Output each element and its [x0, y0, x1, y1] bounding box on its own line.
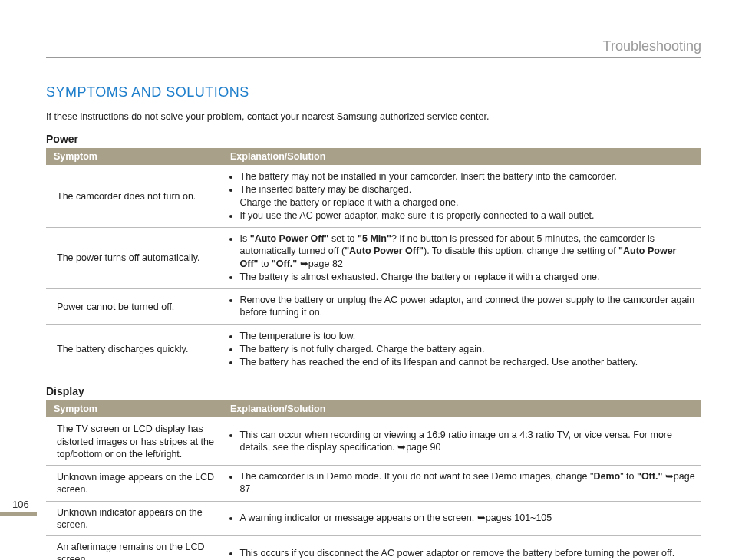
bullet: This can occur when recording or viewing… — [240, 429, 697, 454]
bullet: The battery is almost exhausted. Charge … — [240, 271, 697, 283]
symptom-cell: The camcorder does not turn on. — [46, 166, 223, 228]
symptom-cell: Power cannot be turned off. — [46, 289, 223, 325]
table-row: The camcorder does not turn on.The batte… — [46, 166, 701, 228]
bullet: The inserted battery may be discharged.C… — [240, 183, 697, 209]
bullet-list: The battery may not be installed in your… — [226, 170, 697, 222]
explanation-cell: The temperature is too low.The battery i… — [223, 324, 701, 374]
explanation-cell: Is "Auto Power Off" set to "5 Min"? If n… — [223, 228, 701, 289]
bullet-list: This can occur when recording or viewing… — [226, 429, 697, 454]
page: Troubleshooting SYMPTOMS AND SOLUTIONS I… — [0, 0, 732, 560]
page-number-bar — [0, 512, 37, 516]
symptom-cell: Unknown indicator appears on the screen. — [46, 501, 223, 536]
symptom-cell: The power turns off automatically. — [46, 228, 223, 289]
bullet-list: The temperature is too low.The battery i… — [226, 330, 697, 369]
power-table: Symptom Explanation/Solution The camcord… — [46, 148, 701, 374]
col-header-symptom: Symptom — [46, 148, 223, 166]
table-row: The power turns off automatically.Is "Au… — [46, 228, 701, 289]
bullet-list: This occurs if you disconnect the AC pow… — [226, 547, 697, 559]
bullet-list: Is "Auto Power Off" set to "5 Min"? If n… — [226, 232, 697, 283]
section-title: SYMPTOMS AND SOLUTIONS — [46, 84, 701, 100]
bullet-list: The camcorder is in Demo mode. If you do… — [226, 470, 697, 496]
col-header-explanation: Explanation/Solution — [223, 148, 701, 166]
bullet: Remove the battery or unplug the AC powe… — [240, 294, 697, 319]
explanation-cell: This can occur when recording or viewing… — [223, 418, 701, 466]
explanation-cell: A warning indicator or message appears o… — [223, 501, 701, 536]
bullet: The battery may not be installed in your… — [240, 170, 697, 183]
bullet: If you use the AC power adaptor, make su… — [240, 209, 697, 222]
table-row: Unknown image appears on the LCD screen.… — [46, 466, 701, 502]
bullet: Is "Auto Power Off" set to "5 Min"? If n… — [240, 232, 697, 270]
display-table: Symptom Explanation/Solution The TV scre… — [46, 400, 701, 560]
chapter-title: Troubleshooting — [603, 38, 701, 54]
explanation-cell: Remove the battery or unplug the AC powe… — [223, 289, 701, 325]
header-rule — [46, 57, 701, 58]
bullet-list: Remove the battery or unplug the AC powe… — [226, 294, 697, 319]
symptom-cell: The TV screen or LCD display has distort… — [46, 418, 223, 466]
symptom-cell: An afterimage remains on the LCD screen. — [46, 536, 223, 561]
power-tbody: The camcorder does not turn on.The batte… — [46, 166, 701, 374]
bullet: A warning indicator or message appears o… — [240, 512, 697, 524]
bullet-list: A warning indicator or message appears o… — [226, 512, 697, 524]
table-row: An afterimage remains on the LCD screen.… — [46, 536, 701, 561]
content: SYMPTOMS AND SOLUTIONS If these instruct… — [46, 84, 701, 560]
page-number: 106 — [12, 499, 29, 510]
table-row: The TV screen or LCD display has distort… — [46, 418, 701, 466]
explanation-cell: This occurs if you disconnect the AC pow… — [223, 536, 701, 561]
explanation-cell: The camcorder is in Demo mode. If you do… — [223, 466, 701, 502]
display-heading: Display — [46, 385, 701, 397]
bullet: The temperature is too low. — [240, 330, 697, 342]
bullet: The battery is not fully charged. Charge… — [240, 343, 697, 355]
symptom-cell: Unknown image appears on the LCD screen. — [46, 466, 223, 502]
symptom-cell: The battery discharges quickly. — [46, 324, 223, 374]
bullet: The battery has reached the end of its l… — [240, 356, 697, 368]
bullet: The camcorder is in Demo mode. If you do… — [240, 470, 697, 496]
power-heading: Power — [46, 133, 701, 145]
table-row: Unknown indicator appears on the screen.… — [46, 501, 701, 536]
col-header-explanation: Explanation/Solution — [223, 400, 701, 418]
table-row: Power cannot be turned off.Remove the ba… — [46, 289, 701, 325]
explanation-cell: The battery may not be installed in your… — [223, 166, 701, 228]
intro-text: If these instructions do not solve your … — [46, 111, 701, 122]
col-header-symptom: Symptom — [46, 400, 223, 418]
table-row: The battery discharges quickly.The tempe… — [46, 324, 701, 374]
bullet: This occurs if you disconnect the AC pow… — [240, 547, 697, 559]
display-tbody: The TV screen or LCD display has distort… — [46, 418, 701, 560]
